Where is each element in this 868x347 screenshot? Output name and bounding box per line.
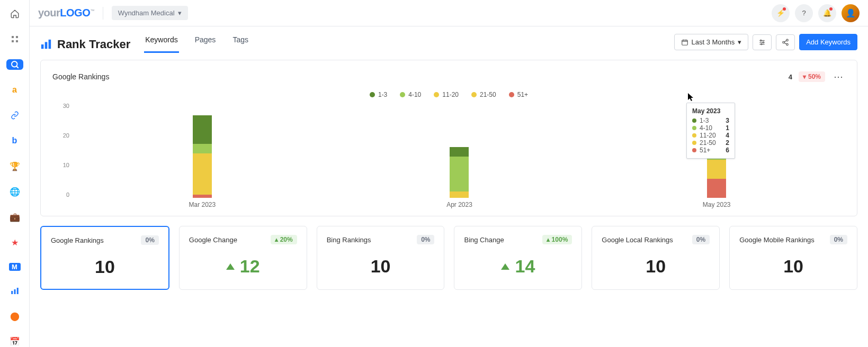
tab-pages[interactable]: Pages [194, 35, 217, 53]
rank-tracker-icon [40, 39, 52, 50]
link-icon[interactable] [6, 110, 23, 121]
chevron-down-icon: ▾ [178, 9, 182, 17]
svg-point-24 [786, 43, 789, 45]
svg-rect-7 [14, 289, 15, 294]
svg-point-20 [763, 41, 764, 42]
user-avatar[interactable]: 👤 [842, 4, 860, 22]
help-icon[interactable]: ? [795, 4, 813, 22]
share-icon[interactable] [776, 34, 795, 50]
filters-icon[interactable] [753, 34, 772, 50]
tabs: Keywords Pages Tags [144, 35, 249, 53]
letter-a-icon[interactable]: a [6, 85, 23, 95]
home-icon[interactable] [6, 8, 23, 19]
svg-rect-9 [41, 44, 44, 49]
letter-b-icon[interactable]: b [6, 135, 23, 146]
left-rail: a b 🏆 🌐 💼 ★ M ⬤ 📅 [0, 0, 30, 347]
google-rankings-chart-card: Google Rankings 4 ▾ 50% ⋯ 1-3 4-10 11-20… [40, 60, 857, 216]
calendar-icon[interactable]: 📅 [6, 336, 23, 347]
svg-point-22 [786, 39, 789, 41]
page-header: Rank Tracker Keywords Pages Tags Last 3 … [30, 26, 868, 54]
trophy-icon[interactable]: 🏆 [6, 161, 23, 171]
svg-point-23 [783, 41, 785, 43]
svg-line-5 [16, 66, 19, 68]
kpi-card[interactable]: Google Mobile Rankings0%10 [729, 226, 857, 290]
briefcase-icon[interactable]: 💼 [6, 212, 23, 223]
chart-top-value: 4 [789, 73, 792, 81]
add-keywords-button[interactable]: Add Keywords [799, 34, 857, 50]
notifications-icon[interactable]: ⚡ [772, 4, 790, 22]
bar-column[interactable] [193, 115, 212, 198]
svg-rect-12 [682, 40, 687, 44]
more-icon[interactable]: ⋯ [831, 70, 845, 84]
tab-tags[interactable]: Tags [231, 35, 249, 53]
chevron-down-icon: ▾ [738, 38, 741, 46]
kpi-card[interactable]: Bing Rankings0%10 [317, 226, 445, 290]
svg-point-21 [761, 43, 762, 44]
star-icon[interactable]: ★ [6, 238, 23, 248]
chart-tooltip: May 2023 1-334-10111-20421-50251+6 [686, 103, 735, 159]
y-axis: 30 20 10 0 [52, 103, 74, 198]
chart-legend: 1-3 4-10 11-20 21-50 51+ [52, 91, 845, 98]
x-axis: Mar 2023 Apr 2023 May 2023 [52, 201, 845, 208]
letter-m-icon[interactable]: M [9, 263, 21, 271]
grid-icon[interactable] [6, 34, 23, 44]
svg-rect-11 [49, 39, 51, 48]
svg-rect-6 [11, 291, 13, 294]
kpi-card[interactable]: Google Change▴ 20%12 [179, 226, 307, 290]
svg-rect-3 [16, 40, 18, 42]
svg-rect-8 [16, 288, 18, 294]
calendar-icon [681, 39, 688, 46]
page-title: Rank Tracker [40, 38, 130, 51]
kpi-card[interactable]: Bing Change▴ 100%14 [454, 226, 582, 290]
search-icon[interactable] [6, 59, 23, 70]
bars-icon[interactable] [6, 286, 23, 296]
chart-delta-badge: ▾ 50% [799, 71, 825, 82]
workspace-selector[interactable]: Wyndham Medical▾ [112, 6, 188, 20]
svg-line-26 [784, 42, 786, 43]
date-range-selector[interactable]: Last 3 Months▾ [674, 34, 749, 50]
flame-icon[interactable]: ⬤ [6, 311, 23, 322]
bar-column[interactable] [450, 147, 469, 198]
svg-rect-1 [16, 36, 18, 38]
brand-logo: yourLOGO™ [38, 7, 94, 19]
kpi-card[interactable]: Google Rankings0%10 [40, 226, 169, 290]
svg-point-19 [760, 40, 762, 41]
kpi-card[interactable]: Google Local Rankings0%10 [592, 226, 720, 290]
chart-title: Google Rankings [52, 72, 109, 81]
tab-keywords[interactable]: Keywords [144, 35, 178, 53]
svg-rect-10 [45, 42, 48, 49]
topbar: yourLOGO™ Wyndham Medical▾ ⚡ ? 🔔 👤 [30, 0, 868, 26]
svg-line-25 [784, 40, 786, 41]
divider [103, 7, 103, 20]
mouse-cursor [688, 93, 695, 102]
bell-icon[interactable]: 🔔 [818, 4, 836, 22]
globe-icon[interactable]: 🌐 [6, 187, 23, 197]
svg-rect-2 [12, 40, 14, 42]
kpi-row: Google Rankings0%10Google Change▴ 20%12B… [40, 226, 857, 290]
svg-point-4 [12, 61, 17, 67]
svg-rect-0 [12, 36, 14, 38]
